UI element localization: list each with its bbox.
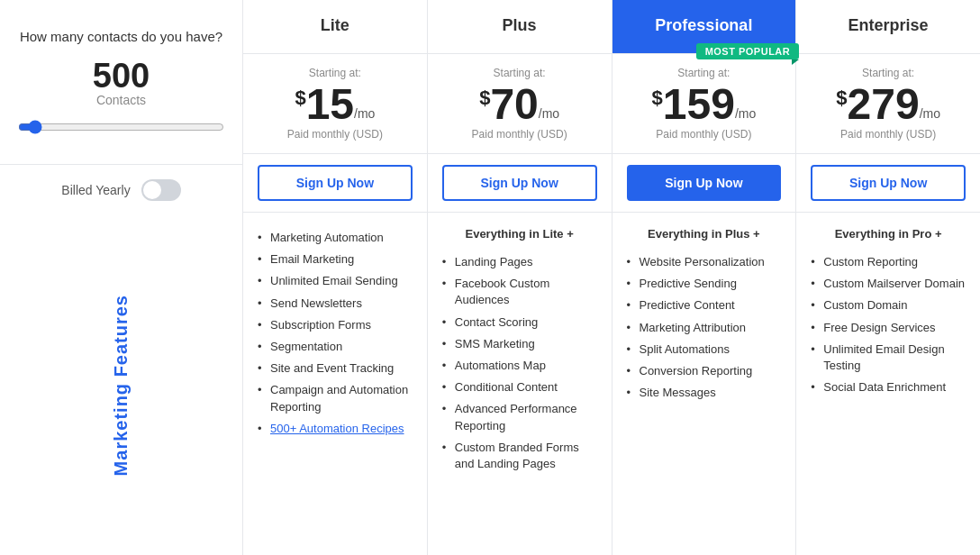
list-item: Facebook Custom Audiences [442, 273, 597, 311]
plan-name-professional: Professional [627, 16, 782, 35]
feature-list-enterprise: Custom ReportingCustom Mailserver Domain… [811, 251, 966, 398]
sidebar-marketing-label-area: Marketing Features [0, 215, 242, 555]
list-item: Conditional Content [442, 377, 597, 398]
automation-recipes-link[interactable]: 500+ Automation Recipes [270, 422, 404, 435]
plan-col-professional: ProfessionalMOST POPULARStarting at:$159… [612, 0, 797, 555]
price-dollar-plus: $ [479, 88, 490, 108]
price-row-lite: $15/mo [258, 83, 413, 126]
features-section-plus: Everything in Lite +Landing PagesFaceboo… [428, 213, 612, 555]
price-period-professional: Paid monthly (USD) [627, 128, 782, 141]
features-section-professional: Everything in Plus +Website Personalizat… [612, 213, 796, 555]
list-item: Send Newsletters [258, 293, 413, 314]
list-item: Conversion Reporting [627, 360, 782, 382]
price-row-plus: $70/mo [442, 83, 597, 126]
signup-button-plus[interactable]: Sign Up Now [442, 165, 597, 201]
price-period-enterprise: Paid monthly (USD) [811, 128, 966, 141]
list-item: Custom Mailserver Domain [811, 273, 966, 295]
list-item: 500+ Automation Recipes [258, 418, 413, 440]
price-mo-professional: /mo [735, 106, 756, 121]
starting-at-plus: Starting at: [442, 67, 597, 79]
signup-button-lite[interactable]: Sign Up Now [258, 165, 413, 201]
marketing-features-label: Marketing Features [111, 295, 132, 476]
signup-section-plus: Sign Up Now [428, 154, 612, 213]
plan-col-enterprise: EnterpriseStarting at:$279/moPaid monthl… [796, 0, 980, 555]
billing-toggle-row: Billed Yearly [0, 165, 242, 215]
starting-at-enterprise: Starting at: [811, 67, 966, 79]
price-period-lite: Paid monthly (USD) [258, 128, 413, 141]
plan-header-professional: ProfessionalMOST POPULAR [612, 0, 796, 54]
pricing-section-enterprise: Starting at:$279/moPaid monthly (USD) [796, 54, 980, 154]
contacts-slider-container[interactable] [18, 120, 224, 137]
list-item: Custom Branded Forms and Landing Pages [442, 437, 597, 475]
contacts-selector: How many contacts do you have? 500 Conta… [0, 0, 242, 165]
price-amount-lite: 15 [306, 83, 354, 126]
plan-col-plus: PlusStarting at:$70/moPaid monthly (USD)… [428, 0, 612, 555]
contacts-slider[interactable] [18, 120, 224, 134]
starting-at-professional: Starting at: [627, 67, 782, 79]
list-item: Landing Pages [442, 251, 597, 273]
plan-name-enterprise: Enterprise [811, 16, 966, 35]
price-amount-professional: 159 [663, 83, 735, 126]
features-subtitle-enterprise: Everything in Pro + [811, 227, 966, 241]
pricing-section-lite: Starting at:$15/moPaid monthly (USD) [243, 54, 427, 154]
signup-button-professional[interactable]: Sign Up Now [627, 165, 782, 201]
list-item: Site and Event Tracking [258, 358, 413, 379]
list-item: Contact Scoring [442, 312, 597, 333]
price-row-professional: $159/mo [627, 83, 782, 126]
list-item: Marketing Attribution [627, 317, 782, 339]
price-amount-enterprise: 279 [848, 83, 920, 126]
signup-section-professional: Sign Up Now [612, 154, 796, 213]
plan-name-lite: Lite [258, 16, 413, 35]
features-section-enterprise: Everything in Pro +Custom ReportingCusto… [796, 213, 980, 555]
plan-header-plus: Plus [428, 0, 612, 54]
plan-header-enterprise: Enterprise [796, 0, 980, 54]
price-row-enterprise: $279/mo [811, 83, 966, 126]
pricing-section-plus: Starting at:$70/moPaid monthly (USD) [428, 54, 612, 154]
list-item: Custom Reporting [811, 251, 966, 273]
list-item: Split Automations [627, 339, 782, 360]
list-item: Marketing Automation [258, 227, 413, 249]
list-item: Advanced Performance Reporting [442, 398, 597, 436]
most-popular-badge: MOST POPULAR [696, 43, 800, 59]
features-subtitle-plus: Everything in Lite + [442, 227, 597, 241]
price-dollar-professional: $ [652, 88, 663, 108]
list-item: Predictive Sending [627, 273, 782, 295]
plans-area: LiteStarting at:$15/moPaid monthly (USD)… [243, 0, 980, 555]
plan-col-lite: LiteStarting at:$15/moPaid monthly (USD)… [243, 0, 428, 555]
signup-section-enterprise: Sign Up Now [796, 154, 980, 213]
billed-yearly-label: Billed Yearly [61, 183, 130, 197]
list-item: Campaign and Automation Reporting [258, 379, 413, 417]
price-period-plus: Paid monthly (USD) [442, 128, 597, 141]
price-mo-lite: /mo [354, 106, 375, 121]
price-mo-plus: /mo [539, 106, 559, 121]
sidebar: How many contacts do you have? 500 Conta… [0, 0, 243, 555]
price-mo-enterprise: /mo [920, 106, 940, 121]
price-dollar-lite: $ [295, 88, 305, 108]
list-item: Site Messages [627, 382, 782, 404]
list-item: Unlimited Email Design Testing [811, 339, 966, 377]
list-item: Subscription Forms [258, 314, 413, 336]
list-item: Segmentation [258, 336, 413, 358]
plan-header-lite: Lite [243, 0, 427, 54]
list-item: Free Design Services [811, 317, 966, 339]
list-item: Predictive Content [627, 295, 782, 316]
features-section-lite: Marketing AutomationEmail MarketingUnlim… [243, 213, 427, 555]
plan-name-plus: Plus [442, 16, 597, 35]
feature-list-professional: Website PersonalizationPredictive Sendin… [627, 251, 782, 404]
feature-list-lite: Marketing AutomationEmail MarketingUnlim… [258, 227, 413, 440]
starting-at-lite: Starting at: [258, 67, 413, 79]
list-item: Custom Domain [811, 295, 966, 316]
feature-list-plus: Landing PagesFacebook Custom AudiencesCo… [442, 251, 597, 475]
list-item: SMS Marketing [442, 333, 597, 355]
billed-yearly-toggle[interactable] [141, 179, 181, 201]
signup-section-lite: Sign Up Now [243, 154, 427, 213]
list-item: Unlimited Email Sending [258, 270, 413, 292]
pricing-section-professional: Starting at:$159/moPaid monthly (USD) [612, 54, 796, 154]
toggle-knob [143, 181, 161, 199]
contact-count: 500 [18, 59, 224, 93]
list-item: Email Marketing [258, 249, 413, 270]
signup-button-enterprise[interactable]: Sign Up Now [811, 165, 966, 201]
list-item: Social Data Enrichment [811, 377, 966, 398]
list-item: Website Personalization [627, 251, 782, 273]
price-dollar-enterprise: $ [836, 88, 847, 108]
